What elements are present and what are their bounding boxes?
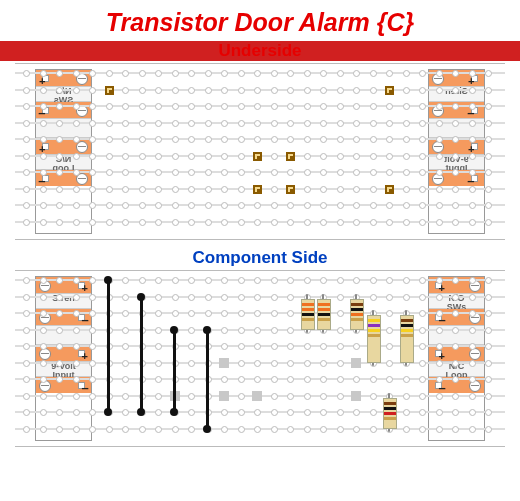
component-label: Component Side: [0, 248, 520, 268]
terminal-left-under: N/OSWs N/CLoop: [35, 69, 92, 234]
solder-pad: [253, 185, 262, 194]
solder-pad: [286, 185, 295, 194]
resistor: [383, 398, 397, 429]
resistor: [400, 315, 414, 363]
solder-pad: [105, 86, 114, 95]
resistor: [301, 299, 315, 330]
underside-label: Underside: [0, 41, 520, 61]
solder-pad: [385, 86, 394, 95]
solder-pad: [385, 185, 394, 194]
solder-pad: [286, 152, 295, 161]
resistor: [317, 299, 331, 330]
break-pad: [351, 358, 361, 368]
resistor: [350, 299, 364, 330]
wire-link: [140, 296, 143, 412]
resistor: [367, 315, 381, 363]
break-pad: [219, 391, 229, 401]
break-pad: [252, 391, 262, 401]
break-pad: [351, 391, 361, 401]
page-title: Transistor Door Alarm {C}: [0, 0, 520, 37]
terminal-right-comp: N/OSWs N/CLoop: [428, 276, 485, 441]
wire-link: [206, 329, 209, 428]
solder-pad: [253, 152, 262, 161]
wire-link: [173, 329, 176, 412]
break-pad: [219, 358, 229, 368]
terminal-right-under: Siren 9-VoltInput: [428, 69, 485, 234]
component-board: Siren 9-VoltInput N/OSWs N/CLoop: [15, 270, 505, 447]
underside-board: N/OSWs N/CLoop Siren 9-VoltInput: [15, 63, 505, 240]
terminal-left-comp: Siren 9-VoltInput: [35, 276, 92, 441]
wire-link: [107, 279, 110, 411]
